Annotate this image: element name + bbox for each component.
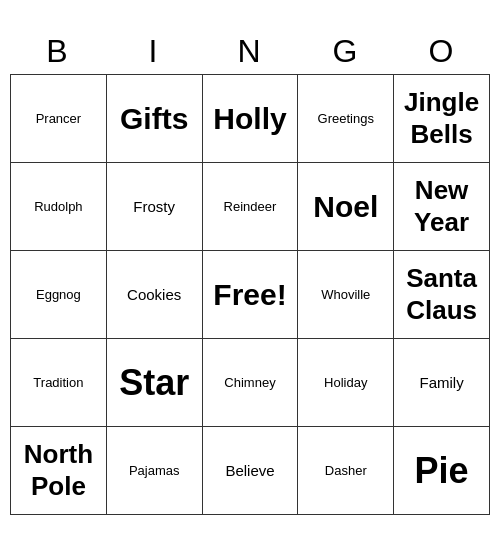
header-letter: B — [10, 29, 106, 74]
cell-text: Holiday — [324, 375, 367, 391]
cell-text: Jingle Bells — [398, 87, 485, 149]
cell-text: Greetings — [318, 111, 374, 127]
cell-text: Family — [420, 374, 464, 392]
bingo-header: BINGO — [10, 29, 490, 74]
table-row: Pie — [394, 427, 490, 515]
table-row: Noel — [298, 163, 394, 251]
cell-text: North Pole — [15, 439, 102, 501]
table-row: Reindeer — [203, 163, 299, 251]
table-row: Eggnog — [11, 251, 107, 339]
cell-text: Holly — [213, 101, 286, 137]
table-row: Star — [107, 339, 203, 427]
table-row: Prancer — [11, 75, 107, 163]
bingo-grid: PrancerGiftsHollyGreetingsJingle BellsRu… — [10, 74, 490, 515]
cell-text: Chimney — [224, 375, 275, 391]
table-row: Believe — [203, 427, 299, 515]
header-letter: G — [298, 29, 394, 74]
cell-text: Frosty — [133, 198, 175, 216]
table-row: Family — [394, 339, 490, 427]
table-row: Greetings — [298, 75, 394, 163]
table-row: Tradition — [11, 339, 107, 427]
table-row: Dasher — [298, 427, 394, 515]
cell-text: Star — [119, 361, 189, 404]
table-row: Gifts — [107, 75, 203, 163]
cell-text: New Year — [398, 175, 485, 237]
table-row: Holiday — [298, 339, 394, 427]
table-row: Rudolph — [11, 163, 107, 251]
cell-text: Whoville — [321, 287, 370, 303]
cell-text: Gifts — [120, 101, 188, 137]
bingo-card: BINGO PrancerGiftsHollyGreetingsJingle B… — [10, 29, 490, 515]
cell-text: Reindeer — [224, 199, 277, 215]
table-row: North Pole — [11, 427, 107, 515]
header-letter: I — [106, 29, 202, 74]
cell-text: Pie — [415, 449, 469, 492]
cell-text: Pajamas — [129, 463, 180, 479]
table-row: Cookies — [107, 251, 203, 339]
table-row: Whoville — [298, 251, 394, 339]
table-row: Jingle Bells — [394, 75, 490, 163]
table-row: Chimney — [203, 339, 299, 427]
table-row: Santa Claus — [394, 251, 490, 339]
cell-text: Santa Claus — [398, 263, 485, 325]
table-row: Frosty — [107, 163, 203, 251]
header-letter: O — [394, 29, 490, 74]
cell-text: Dasher — [325, 463, 367, 479]
cell-text: Tradition — [33, 375, 83, 391]
cell-text: Eggnog — [36, 287, 81, 303]
table-row: Holly — [203, 75, 299, 163]
table-row: Pajamas — [107, 427, 203, 515]
header-letter: N — [202, 29, 298, 74]
cell-text: Prancer — [36, 111, 82, 127]
cell-text: Rudolph — [34, 199, 82, 215]
cell-text: Believe — [225, 462, 274, 480]
table-row: New Year — [394, 163, 490, 251]
cell-text: Free! — [213, 277, 286, 313]
cell-text: Noel — [313, 189, 378, 225]
cell-text: Cookies — [127, 286, 181, 304]
table-row: Free! — [203, 251, 299, 339]
